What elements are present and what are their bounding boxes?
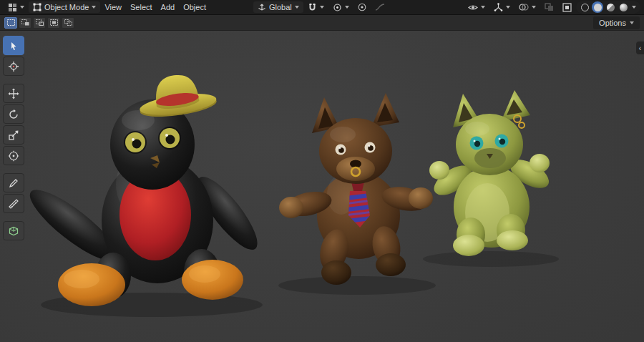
- measure-ruler-icon: [8, 198, 19, 210]
- select-mode-invert[interactable]: [47, 17, 60, 29]
- pivot-point-button[interactable]: [328, 1, 353, 14]
- scale-icon: [8, 130, 19, 141]
- menu-view[interactable]: View: [100, 1, 126, 13]
- cursor-3d-icon: [8, 61, 19, 72]
- xray-icon: [545, 3, 554, 11]
- chevron-down-icon: [532, 6, 536, 9]
- shading-wireframe-icon: [581, 4, 589, 11]
- cat-shadow: [423, 251, 559, 267]
- annotate-pen-icon: [8, 177, 19, 189]
- tool-transform[interactable]: [3, 146, 24, 165]
- gizmo-icon: [494, 3, 503, 12]
- shading-rendered-button[interactable]: [618, 1, 629, 13]
- chevron-down-icon: [630, 21, 634, 24]
- overlays-dropdown[interactable]: [514, 1, 540, 13]
- mode-label: Object Mode: [44, 3, 89, 11]
- render-region-icon: [562, 3, 572, 12]
- chevron-down-icon: [506, 6, 510, 9]
- orientation-icon: [258, 3, 266, 11]
- viewport-3d[interactable]: [0, 0, 644, 342]
- pivot-point-icon: [333, 3, 342, 12]
- chevron-down-icon: [320, 6, 324, 9]
- tool-add-cube[interactable]: [3, 221, 24, 240]
- transform-icon: [8, 150, 19, 162]
- visibility-eye-icon: [468, 4, 478, 11]
- select-extend-icon: [21, 19, 29, 26]
- tool-measure[interactable]: [3, 194, 24, 213]
- snapping-button[interactable]: [303, 1, 328, 14]
- select-mode-intersect[interactable]: [62, 17, 74, 29]
- select-intersect-icon: [64, 19, 72, 26]
- object-mode-icon: [33, 3, 42, 11]
- editor-type-icon: [8, 3, 17, 12]
- select-subtract-icon: [36, 19, 44, 26]
- mode-dropdown[interactable]: Object Mode: [29, 1, 100, 13]
- cat-right-foot: [497, 230, 528, 250]
- shading-rendered-icon: [620, 4, 628, 11]
- chevron-down-icon: [481, 6, 485, 9]
- proportional-editing-toggle[interactable]: [353, 1, 371, 13]
- sidebar-toggle[interactable]: ‹: [636, 41, 644, 54]
- tool-rotate[interactable]: [3, 104, 24, 124]
- snap-magnet-icon: [308, 3, 317, 12]
- cat-left-foot: [453, 235, 484, 256]
- chevron-left-icon: ‹: [639, 44, 641, 52]
- chevron-down-icon: [345, 6, 349, 9]
- orientation-label: Global: [269, 3, 292, 11]
- shading-wireframe-button[interactable]: [579, 1, 590, 13]
- select-mode-subtract[interactable]: [33, 17, 46, 29]
- chevron-down-icon: [92, 6, 96, 9]
- shading-solid-icon: [594, 4, 602, 11]
- viewport-shading-group: [576, 1, 640, 14]
- options-label: Options: [599, 19, 626, 27]
- tool-move[interactable]: [3, 84, 24, 103]
- viewport-header: Object Mode View Select Add Object Globa…: [0, 0, 644, 15]
- chevron-down-icon: [20, 6, 24, 9]
- chevron-down-icon: [295, 6, 299, 9]
- overlays-icon: [519, 3, 529, 11]
- menu-select[interactable]: Select: [126, 1, 157, 13]
- xray-toggle[interactable]: [540, 1, 558, 13]
- tool-settings-bar: Options: [0, 15, 644, 31]
- options-dropdown[interactable]: Options: [593, 16, 640, 29]
- shading-dropdown[interactable]: [630, 4, 638, 10]
- rotate-icon: [8, 109, 19, 120]
- select-box-icon: [8, 40, 19, 52]
- select-mode-set[interactable]: [4, 17, 17, 29]
- shading-material-button[interactable]: [605, 1, 616, 13]
- add-cube-icon: [8, 225, 19, 237]
- select-invert-icon: [50, 19, 58, 26]
- editor-type-button[interactable]: [4, 1, 29, 14]
- show-object-types-dropdown[interactable]: [464, 2, 489, 13]
- falloff-curve-icon: [375, 3, 385, 11]
- menu-add[interactable]: Add: [157, 1, 180, 13]
- shading-solid-button[interactable]: [592, 1, 603, 13]
- tool-select-box[interactable]: [3, 36, 24, 55]
- tool-scale[interactable]: [3, 125, 24, 145]
- transform-orientation-dropdown[interactable]: Global: [253, 1, 303, 13]
- blender-window: { "app": { "name": "Blender", "editor": …: [0, 0, 644, 342]
- gizmos-dropdown[interactable]: [489, 1, 514, 14]
- select-mode-extend[interactable]: [19, 17, 31, 29]
- proportional-editing-icon: [358, 3, 366, 11]
- bear-shadow: [278, 276, 436, 295]
- select-set-icon: [7, 19, 15, 26]
- move-icon: [8, 88, 19, 99]
- falloff-curve-icon-wrap: [371, 1, 389, 13]
- render-region-button[interactable]: [558, 1, 576, 14]
- tool-annotate[interactable]: [3, 173, 24, 192]
- shading-material-icon: [607, 4, 615, 11]
- tool-cursor[interactable]: [3, 57, 24, 76]
- menu-object[interactable]: Object: [179, 1, 210, 13]
- chevron-down-icon: [632, 6, 636, 9]
- toolbar: [3, 36, 24, 240]
